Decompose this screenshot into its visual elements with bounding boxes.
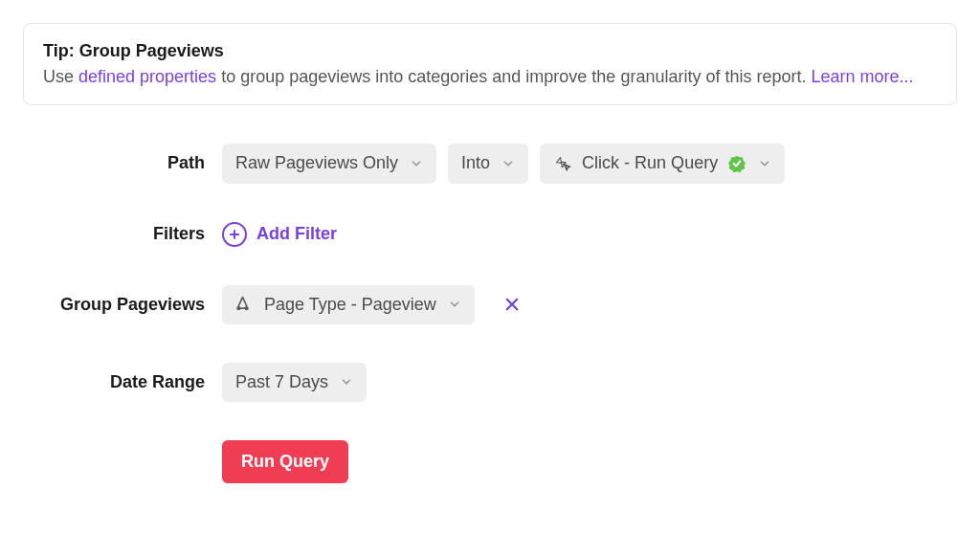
verified-badge-icon (727, 154, 746, 173)
date-range-select[interactable]: Past 7 Days (222, 363, 367, 402)
tip-body: Use defined properties to group pageview… (43, 65, 937, 89)
chevron-down-icon (758, 157, 771, 170)
path-target-select[interactable]: Click - Run Query (540, 144, 785, 183)
group-controls: Page Type - Pageview (222, 285, 957, 324)
submit-controls: Run Query (222, 440, 957, 483)
chevron-down-icon (340, 375, 353, 389)
path-direction-value: Into (461, 151, 490, 175)
group-label: Group Pageviews (23, 293, 205, 317)
path-label: Path (23, 151, 205, 175)
add-filter-label: Add Filter (256, 222, 337, 246)
filters-controls: Add Filter (222, 222, 957, 247)
learn-more-link[interactable]: Learn more... (811, 67, 913, 86)
chevron-down-icon (448, 298, 461, 311)
tip-title: Tip: Group Pageviews (43, 39, 937, 63)
date-range-label: Date Range (23, 370, 205, 394)
tip-banner: Tip: Group Pageviews Use defined propert… (23, 23, 957, 105)
path-controls: Raw Pageviews Only Into Click - Run Quer… (222, 144, 957, 183)
path-direction-select[interactable]: Into (448, 144, 528, 183)
path-target-value: Click - Run Query (582, 151, 718, 175)
chevron-down-icon (501, 157, 515, 170)
path-start-select[interactable]: Raw Pageviews Only (222, 144, 436, 183)
path-start-value: Raw Pageviews Only (235, 151, 398, 175)
remove-group-button[interactable] (498, 296, 526, 313)
add-filter-button[interactable]: Add Filter (222, 222, 337, 247)
group-value: Page Type - Pageview (264, 293, 436, 317)
property-icon (235, 295, 255, 314)
group-select[interactable]: Page Type - Pageview (222, 285, 475, 324)
run-query-button[interactable]: Run Query (222, 440, 348, 483)
plus-circle-icon (222, 222, 247, 247)
date-range-value: Past 7 Days (235, 370, 328, 394)
close-icon (503, 296, 521, 313)
tip-text-post: to group pageviews into categories and i… (216, 67, 811, 86)
defined-properties-link[interactable]: defined properties (78, 67, 216, 86)
query-form: Path Raw Pageviews Only Into Click - Run… (23, 144, 957, 483)
chevron-down-icon (410, 157, 423, 170)
cursor-click-icon (553, 154, 572, 173)
date-range-controls: Past 7 Days (222, 363, 957, 402)
filters-label: Filters (23, 222, 205, 246)
tip-text-pre: Use (43, 67, 78, 86)
